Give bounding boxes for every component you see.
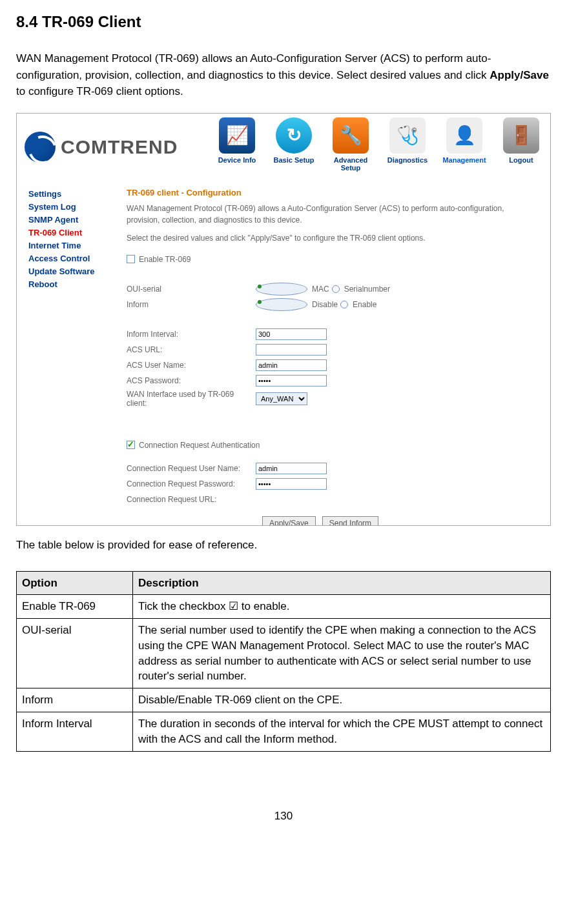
table-header-row: Option Description xyxy=(17,571,551,595)
enable-tr069-row: Enable TR-069 xyxy=(127,253,537,266)
opt-cell: OUI-serial xyxy=(17,619,133,688)
conn-req-pw-input[interactable] xyxy=(256,478,327,490)
desc-cell: The duration in seconds of the interval … xyxy=(133,712,551,752)
acs-url-label: ACS URL: xyxy=(127,345,256,354)
oui-serial-option-label: Serialnumber xyxy=(344,285,390,294)
logo-swirl-icon xyxy=(25,132,56,163)
acs-user-label: ACS User Name: xyxy=(127,361,256,370)
device-info-icon: 📈 xyxy=(219,117,255,154)
diagnostics-icon: 🩺 xyxy=(389,117,426,154)
enable-tr069-checkbox[interactable] xyxy=(127,255,135,263)
button-row: Apply/Save Send Inform xyxy=(127,516,537,526)
inform-disable-radio[interactable] xyxy=(256,298,307,311)
sidebar-internet-time[interactable]: Internet Time xyxy=(28,239,120,252)
acs-password-label: ACS Password: xyxy=(127,376,256,385)
table-row: Inform Disable/Enable TR-069 client on t… xyxy=(17,688,551,712)
acs-password-input[interactable] xyxy=(256,375,327,387)
logo-text: COMTREND xyxy=(61,136,178,158)
sidebar-reboot[interactable]: Reboot xyxy=(28,278,120,291)
table-row: OUI-serial The serial number used to ide… xyxy=(17,619,551,688)
nav-management[interactable]: 👤 Management xyxy=(438,117,491,164)
conn-req-auth-checkbox[interactable] xyxy=(127,441,135,449)
opt-cell: Inform Interval xyxy=(17,712,133,752)
opt-cell: Enable TR-069 xyxy=(17,595,133,619)
nav-diagnostics[interactable]: 🩺 Diagnostics xyxy=(381,117,434,164)
page-number: 130 xyxy=(16,810,551,823)
intro-paragraph: WAN Management Protocol (TR-069) allows … xyxy=(16,50,551,100)
desc-cell: Disable/Enable TR-069 client on the CPE. xyxy=(133,688,551,712)
intro-text-bold: Apply/Save xyxy=(490,69,549,81)
option-header: Option xyxy=(17,571,133,595)
reference-intro: The table below is provided for ease of … xyxy=(16,539,551,552)
conn-req-user-input[interactable] xyxy=(256,463,327,474)
logout-icon: 🚪 xyxy=(503,117,539,154)
send-inform-button[interactable]: Send Inform xyxy=(322,516,378,526)
table-row: Inform Interval The duration in seconds … xyxy=(17,712,551,752)
screenshot-body: Settings System Log SNMP Agent TR-069 Cl… xyxy=(17,181,550,526)
conn-req-url-label: Connection Request URL: xyxy=(127,495,256,504)
acs-url-input[interactable] xyxy=(256,344,327,356)
inform-enable-radio[interactable] xyxy=(340,301,348,308)
table-row: Enable TR-069 Tick the checkbox ☑ to ena… xyxy=(17,595,551,619)
basic-setup-icon: ↻ xyxy=(276,117,312,154)
oui-mac-radio[interactable] xyxy=(256,283,307,296)
desc-cell: The serial number used to identify the C… xyxy=(133,619,551,688)
management-icon: 👤 xyxy=(446,117,482,154)
nav-device-info[interactable]: 📈 Device Info xyxy=(211,117,263,164)
oui-serial-radio[interactable] xyxy=(332,285,340,293)
nav-basic-setup[interactable]: ↻ Basic Setup xyxy=(267,117,320,164)
acs-user-input[interactable] xyxy=(256,359,327,371)
sidebar-access-control[interactable]: Access Control xyxy=(28,252,120,265)
nav-advanced-setup[interactable]: 🔧 Advanced Setup xyxy=(324,117,377,172)
description-header: Description xyxy=(133,571,551,595)
sidebar-tr069-client[interactable]: TR-069 Client xyxy=(28,226,120,239)
conn-req-pw-label: Connection Request Password: xyxy=(127,479,256,488)
logo: COMTREND xyxy=(17,114,178,181)
sidebar-settings[interactable]: Settings xyxy=(28,188,120,201)
inform-label: Inform xyxy=(127,300,256,309)
top-nav: 📈 Device Info ↻ Basic Setup 🔧 Advanced S… xyxy=(211,114,550,181)
panel-desc-1: WAN Management Protocol (TR-069) allows … xyxy=(127,203,537,226)
sidebar-update-software[interactable]: Update Software xyxy=(28,265,120,278)
nav-logout[interactable]: 🚪 Logout xyxy=(495,117,548,164)
conn-req-user-label: Connection Request User Name: xyxy=(127,464,256,473)
apply-save-button[interactable]: Apply/Save xyxy=(262,516,316,526)
inform-enable-label: Enable xyxy=(353,300,376,309)
intro-text-a: WAN Management Protocol (TR-069) allows … xyxy=(16,52,491,81)
config-panel: TR-069 client - Configuration WAN Manage… xyxy=(120,188,550,526)
panel-title: TR-069 client - Configuration xyxy=(127,188,537,197)
advanced-setup-icon: 🔧 xyxy=(333,117,369,154)
section-heading: 8.4 TR-069 Client xyxy=(16,13,551,31)
conn-req-auth-label: Connection Request Authentication xyxy=(139,441,260,450)
sidebar-system-log[interactable]: System Log xyxy=(28,201,120,214)
conn-req-auth-row: Connection Request Authentication xyxy=(127,439,537,452)
sidebar-snmp-agent[interactable]: SNMP Agent xyxy=(28,214,120,226)
panel-desc-2: Select the desired values and click "App… xyxy=(127,232,537,244)
desc-cell: Tick the checkbox ☑ to enable. xyxy=(133,595,551,619)
wan-interface-select[interactable]: Any_WAN xyxy=(256,392,307,405)
enable-tr069-label: Enable TR-069 xyxy=(139,255,191,264)
inform-disable-label: Disable xyxy=(312,300,338,309)
reference-table: Option Description Enable TR-069 Tick th… xyxy=(16,571,551,752)
screenshot-frame: COMTREND 📈 Device Info ↻ Basic Setup 🔧 A… xyxy=(16,113,551,526)
screenshot-header: COMTREND 📈 Device Info ↻ Basic Setup 🔧 A… xyxy=(17,114,550,181)
inform-interval-label: Inform Interval: xyxy=(127,330,256,339)
opt-cell: Inform xyxy=(17,688,133,712)
wan-interface-label: WAN Interface used by TR-069 client: xyxy=(127,390,256,408)
inform-interval-input[interactable] xyxy=(256,328,327,340)
intro-text-c: to configure TR-069 client options. xyxy=(16,85,183,97)
oui-mac-label: MAC xyxy=(312,285,329,294)
sidebar: Settings System Log SNMP Agent TR-069 Cl… xyxy=(17,188,120,526)
oui-serial-label: OUI-serial xyxy=(127,285,256,294)
